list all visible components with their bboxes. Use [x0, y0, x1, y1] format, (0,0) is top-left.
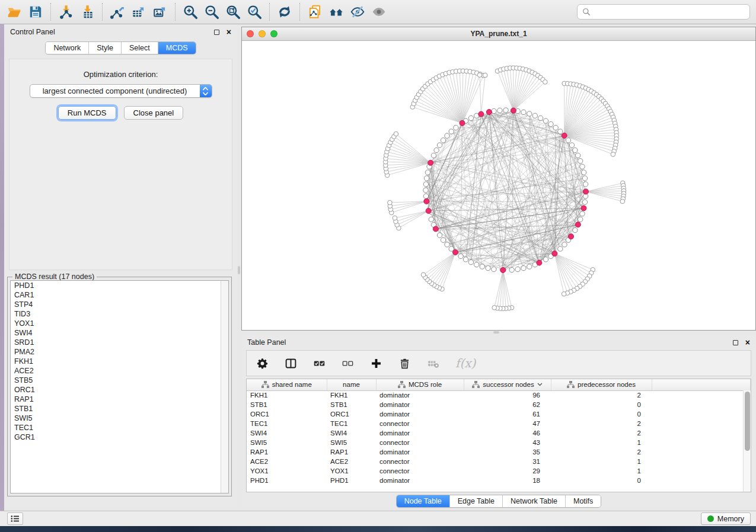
mcds-result-node[interactable]: YOX1 — [11, 319, 228, 328]
network-node[interactable] — [515, 267, 520, 271]
network-node[interactable] — [483, 73, 487, 78]
network-node[interactable] — [428, 160, 433, 165]
mcds-result-node[interactable]: STB1 — [11, 404, 228, 414]
network-node[interactable] — [569, 143, 574, 148]
column-header-successor-nodes[interactable]: successor nodes — [464, 379, 551, 390]
table-row[interactable]: FKH1FKH1dominator962 — [247, 390, 751, 400]
network-node[interactable] — [552, 251, 557, 257]
table-row[interactable]: YOX1YOX1connector291 — [247, 466, 751, 476]
show-all-button[interactable] — [368, 2, 390, 21]
tab-network-table[interactable]: Network Table — [502, 495, 565, 507]
deselect-all-button[interactable] — [342, 357, 354, 370]
network-node[interactable] — [458, 254, 463, 258]
network-node[interactable] — [460, 120, 465, 126]
network-node[interactable] — [509, 267, 514, 272]
tab-style[interactable]: Style — [88, 42, 121, 54]
network-node[interactable] — [566, 138, 570, 143]
network-node[interactable] — [479, 111, 484, 117]
delete-row-button[interactable] — [398, 357, 411, 370]
network-node[interactable] — [582, 176, 587, 181]
network-node[interactable] — [521, 265, 526, 270]
network-node[interactable] — [441, 138, 445, 143]
zoom-fit-button[interactable] — [222, 2, 244, 21]
float-panel-icon[interactable] — [214, 30, 219, 35]
mcds-result-node[interactable]: SRD1 — [11, 338, 228, 347]
export-image-button[interactable] — [149, 2, 171, 21]
column-header-MCDS-role[interactable]: MCDS role — [376, 379, 464, 390]
mcds-result-node[interactable]: STB5 — [11, 376, 228, 385]
close-panel-button[interactable]: Close panel — [124, 106, 184, 120]
table-row[interactable]: STB1STB1dominator620 — [247, 400, 751, 409]
import-table-button[interactable] — [76, 2, 98, 21]
mcds-result-node[interactable]: SWI5 — [11, 414, 228, 423]
network-node[interactable] — [421, 273, 426, 277]
network-node[interactable] — [497, 108, 502, 113]
network-node[interactable] — [511, 108, 516, 113]
network-node[interactable] — [575, 222, 580, 227]
network-node[interactable] — [463, 257, 468, 262]
zoom-out-button[interactable] — [201, 2, 222, 21]
network-node[interactable] — [424, 176, 429, 181]
network-node[interactable] — [527, 264, 532, 269]
network-node[interactable] — [558, 129, 563, 134]
network-node[interactable] — [480, 264, 484, 269]
network-node[interactable] — [521, 110, 526, 114]
network-node[interactable] — [538, 116, 543, 120]
network-node[interactable] — [578, 159, 583, 164]
search-input[interactable] — [594, 6, 745, 18]
export-table-button[interactable] — [128, 2, 149, 21]
mcds-result-node[interactable]: TID3 — [11, 309, 228, 319]
network-node[interactable] — [548, 121, 553, 126]
mcds-result-node[interactable]: TEC1 — [11, 423, 228, 432]
network-node[interactable] — [573, 227, 578, 232]
save-session-button[interactable] — [25, 2, 46, 21]
network-node[interactable] — [611, 152, 615, 157]
tab-motifs[interactable]: Motifs — [565, 495, 601, 507]
zoom-in-button[interactable] — [180, 2, 201, 21]
network-node[interactable] — [486, 265, 490, 270]
network-node[interactable] — [558, 246, 563, 251]
column-header-predecessor-nodes[interactable]: predecessor nodes — [551, 379, 652, 390]
network-node[interactable] — [477, 73, 482, 78]
network-node[interactable] — [537, 260, 542, 265]
network-node[interactable] — [437, 143, 442, 148]
network-node[interactable] — [388, 200, 393, 205]
table-scrollbar-thumb[interactable] — [745, 392, 750, 451]
network-node[interactable] — [543, 257, 548, 262]
network-node[interactable] — [449, 129, 454, 134]
column-header-name[interactable]: name — [327, 379, 376, 390]
mcds-result-node[interactable]: ACE2 — [11, 366, 228, 376]
network-node[interactable] — [582, 200, 587, 204]
network-node[interactable] — [503, 108, 508, 113]
network-node[interactable] — [543, 118, 548, 123]
network-node[interactable] — [468, 259, 473, 264]
table-scrollbar[interactable] — [743, 390, 751, 492]
network-node[interactable] — [434, 148, 439, 152]
result-list-scrollbar[interactable] — [221, 281, 228, 493]
table-row[interactable]: SWI4SWI4dominator462 — [247, 428, 751, 438]
network-node[interactable] — [562, 242, 567, 247]
show-panels-button[interactable] — [7, 512, 23, 525]
network-node[interactable] — [425, 170, 430, 175]
network-node[interactable] — [562, 133, 567, 138]
network-node[interactable] — [575, 153, 580, 158]
table-row[interactable]: ACE2ACE2connector311 — [247, 457, 751, 466]
mcds-result-node[interactable]: CAR1 — [11, 290, 228, 300]
table-row[interactable]: TEC1TEC1connector472 — [247, 419, 751, 428]
tab-mcds[interactable]: MCDS — [158, 42, 196, 54]
network-node[interactable] — [578, 217, 583, 222]
network-node[interactable] — [562, 291, 566, 296]
network-node[interactable] — [393, 216, 397, 220]
network-node[interactable] — [454, 125, 458, 130]
network-window-titlebar[interactable]: YPA_prune.txt_1 — [242, 27, 755, 41]
network-node[interactable] — [553, 125, 558, 130]
export-network-button[interactable] — [107, 2, 128, 21]
network-node[interactable] — [581, 170, 586, 175]
network-node[interactable] — [580, 164, 585, 169]
network-node[interactable] — [468, 116, 473, 120]
close-panel-icon[interactable]: × — [227, 28, 231, 36]
table-row[interactable]: PHD1PHD1dominator180 — [247, 476, 751, 485]
mcds-result-node[interactable]: GCR1 — [11, 432, 228, 442]
run-mcds-button[interactable]: Run MCDS — [58, 106, 116, 120]
mcds-result-node[interactable]: SWI4 — [11, 328, 228, 338]
